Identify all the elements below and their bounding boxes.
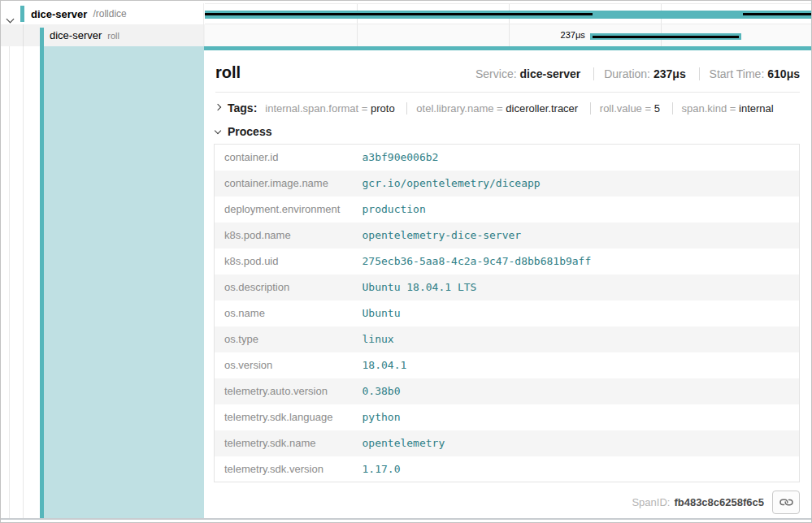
meta-item: Service:dice-server <box>475 67 580 80</box>
process-value: gcr.io/opentelemetry/diceapp <box>353 171 800 197</box>
process-key: telemetry.sdk.version <box>215 456 353 482</box>
deep-link-button[interactable] <box>772 491 800 514</box>
span-bar-roll[interactable] <box>590 33 742 40</box>
span-detail-panel: roll Service:dice-server Duration:237μs … <box>204 46 811 518</box>
process-section-header[interactable]: Process <box>215 125 800 138</box>
span-detail-footer: SpanID: fb483c8c6258f6c5 <box>214 491 800 514</box>
span-row-rolldice[interactable]: dice-server /rolldice <box>1 3 811 24</box>
trace-view-page: dice-server /rolldice dice-server roll 2… <box>0 0 812 523</box>
critical-path-segment <box>593 36 740 38</box>
process-table-row: telemetry.auto.version 0.38b0 <box>215 378 800 404</box>
process-key-value-table: container.id a3bf90e006b2 container.imag… <box>214 144 800 482</box>
span-name-cell-roll[interactable]: dice-server roll <box>1 24 204 46</box>
process-key: os.type <box>215 326 353 352</box>
span-color-accent <box>40 28 44 46</box>
span-row-roll[interactable]: dice-server roll 237μs <box>1 24 811 46</box>
process-table-row: container.image.name gcr.io/opentelemetr… <box>215 171 800 197</box>
indent-guide <box>9 46 10 518</box>
service-name[interactable]: dice-server <box>50 29 102 41</box>
process-key: os.description <box>215 274 353 300</box>
process-value: production <box>353 197 800 223</box>
indent-guide <box>23 24 24 46</box>
operation-name: /rolldice <box>93 8 126 19</box>
tag-item: roll.value = 5 <box>590 102 660 115</box>
process-table-row: telemetry.sdk.name opentelemetry <box>215 430 800 456</box>
process-key: telemetry.auto.version <box>215 378 353 404</box>
process-label[interactable]: Process <box>228 125 271 138</box>
span-color-accent <box>20 6 24 22</box>
process-value: 275ecb36-5aa8-4c2a-9c47-d8bb681b9aff <box>353 249 800 274</box>
tags-label[interactable]: Tags: <box>228 102 257 115</box>
critical-path-segment <box>205 13 593 15</box>
process-key: container.image.name <box>215 171 353 197</box>
process-table-row: os.name Ubuntu <box>215 300 800 326</box>
process-table-row: os.type linux <box>215 326 800 352</box>
timeline-cell <box>205 3 811 24</box>
process-value: opentelemetry <box>353 430 800 456</box>
process-value: a3bf90e006b2 <box>353 145 800 171</box>
process-table-row: k8s.pod.uid 275ecb36-5aa8-4c2a-9c47-d8bb… <box>215 249 800 274</box>
collapse-children-button[interactable] <box>7 11 13 25</box>
timeline-cell: 237μs <box>205 24 811 46</box>
process-table-row: telemetry.sdk.version 1.17.0 <box>215 456 800 482</box>
operation-name: roll <box>107 31 119 41</box>
process-value: 0.38b0 <box>353 378 800 404</box>
process-value: python <box>353 404 800 430</box>
process-key: os.name <box>215 300 353 326</box>
meta-item: Duration:237μs <box>593 67 686 80</box>
tags-section-header[interactable]: Tags: internal.span.format = proto otel.… <box>215 102 800 115</box>
tag-item: span.kind = internal <box>672 102 774 115</box>
process-value: linux <box>353 326 800 352</box>
process-value: Ubuntu 18.04.1 LTS <box>353 274 800 300</box>
selected-row-highlight <box>44 46 204 518</box>
process-key: deployment.environment <box>215 197 353 223</box>
process-table-row: telemetry.sdk.language python <box>215 404 800 430</box>
critical-path-segment <box>743 13 811 15</box>
meta-item: Start Time:610μs <box>699 67 800 80</box>
span-meta: Service:dice-server Duration:237μs Start… <box>475 67 800 80</box>
process-key: container.id <box>215 145 353 171</box>
process-value: Ubuntu <box>353 300 800 326</box>
chevron-down-icon <box>7 15 15 24</box>
timeline-gridline <box>509 24 510 46</box>
timeline-gridline <box>357 24 358 46</box>
chevron-right-icon <box>215 104 221 110</box>
tags-list: internal.span.format = proto otel.librar… <box>257 102 773 115</box>
process-table-row: os.description Ubuntu 18.04.1 LTS <box>215 274 800 300</box>
process-table-row: k8s.pod.name opentelemetry-dice-server <box>215 223 800 249</box>
process-key: os.version <box>215 352 353 378</box>
bottom-gap <box>1 520 811 523</box>
process-value: 18.04.1 <box>353 352 800 378</box>
process-table-row: container.id a3bf90e006b2 <box>215 145 800 171</box>
process-table-row: deployment.environment production <box>215 197 800 223</box>
chevron-down-icon <box>215 128 221 134</box>
process-key: telemetry.sdk.name <box>215 430 353 456</box>
service-name[interactable]: dice-server <box>31 8 87 20</box>
indent-guide <box>23 46 24 518</box>
tag-item: otel.library.name = diceroller.tracer <box>406 102 578 115</box>
selected-row-left-region <box>1 46 204 518</box>
tag-item: internal.span.format = proto <box>265 102 394 115</box>
spanid-value: fb483c8c6258f6c5 <box>674 496 764 508</box>
process-key: telemetry.sdk.language <box>215 404 353 430</box>
process-key: k8s.pod.uid <box>215 249 353 274</box>
link-icon <box>777 494 794 511</box>
process-table-row: os.version 18.04.1 <box>215 352 800 378</box>
process-key: k8s.pod.name <box>215 223 353 249</box>
span-bar-rolldice[interactable] <box>205 11 811 19</box>
span-duration-label: 237μs <box>561 30 585 40</box>
spanid-label: SpanID: <box>632 496 670 508</box>
process-value: 1.17.0 <box>353 456 800 482</box>
span-title: roll <box>215 63 241 82</box>
span-name-cell-rolldice[interactable]: dice-server /rolldice <box>1 3 204 24</box>
span-detail-header: roll Service:dice-server Duration:237μs … <box>215 50 800 93</box>
process-value: opentelemetry-dice-server <box>353 223 800 249</box>
